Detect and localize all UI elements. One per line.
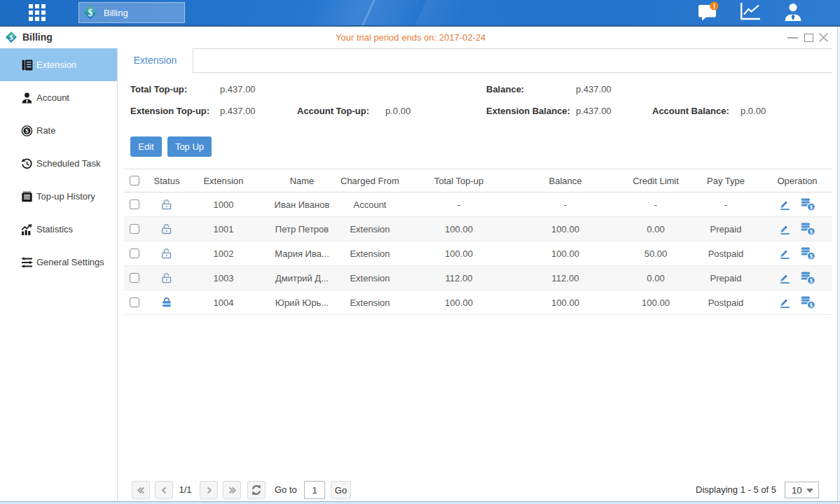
cell-total-top-up: 100.00	[445, 224, 473, 234]
resource-monitor-button[interactable]	[740, 0, 762, 24]
edit-button[interactable]: Edit	[130, 136, 162, 157]
sidebar-item-account[interactable]: Account	[0, 81, 117, 114]
row-checkbox[interactable]	[130, 248, 139, 258]
top-up-button[interactable]: Top Up	[167, 136, 212, 157]
close-icon[interactable]	[818, 32, 829, 43]
sidebar-item-extension[interactable]: Extension	[0, 48, 117, 81]
row-checkbox[interactable]	[130, 224, 139, 234]
summary-value: p.437.00	[220, 106, 256, 117]
edit-button[interactable]	[779, 272, 792, 284]
edit-button[interactable]	[779, 296, 792, 309]
page-size-select[interactable]: 10	[785, 482, 819, 498]
locked-icon	[160, 296, 173, 309]
page-number-input[interactable]	[304, 481, 325, 499]
svg-text:$: $	[810, 302, 813, 309]
edit-button-label: Edit	[138, 141, 153, 152]
status-cell	[145, 198, 188, 211]
column-header: Extension	[203, 176, 243, 186]
row-checkbox[interactable]	[130, 200, 139, 209]
sidebar-item-general-settings[interactable]: General Settings	[0, 246, 117, 279]
edit-icon	[779, 247, 792, 260]
edit-button[interactable]	[779, 223, 792, 235]
edit-button[interactable]	[779, 198, 792, 211]
prev-page-button[interactable]	[155, 481, 173, 499]
top-up-row-button[interactable]: $	[801, 246, 815, 260]
summary-label: Account Top-up:	[297, 106, 369, 117]
cell-extension: 1002	[214, 248, 234, 259]
table-row: 1004Юрий Юрь...Extension100.00100.00100.…	[124, 290, 832, 315]
app-launcher-button[interactable]	[29, 4, 46, 21]
svg-text:$: $	[810, 277, 813, 284]
last-page-button[interactable]	[223, 481, 241, 499]
svg-text:$: $	[88, 8, 93, 18]
tab-extension[interactable]: Extension	[118, 48, 193, 72]
top-up-icon: $	[801, 222, 815, 236]
cell-total-top-up: -	[457, 200, 460, 210]
svg-text:$: $	[810, 253, 813, 260]
cell-balance: 100.00	[551, 224, 579, 234]
cell-balance: 100.00	[551, 248, 579, 259]
edit-icon	[779, 223, 792, 235]
top-up-row-button[interactable]: $	[801, 295, 815, 309]
cell-total-top-up: 112.00	[446, 273, 473, 284]
window-title: Billing	[22, 31, 53, 43]
tabstrip-top-border	[193, 48, 832, 49]
cell-name: Иван Иванов	[275, 200, 330, 210]
statistics-icon-box	[20, 224, 33, 235]
cell-balance: 112.00	[552, 273, 579, 284]
sidebar-item-scheduled-task[interactable]: Scheduled Task	[0, 147, 117, 180]
main-panel: Extension Total Top-up: p.437.00 Balance…	[118, 48, 840, 501]
select-all-checkbox[interactable]	[130, 176, 139, 186]
first-page-button[interactable]	[132, 481, 150, 499]
top-up-row-button[interactable]: $	[801, 222, 815, 236]
edit-icon	[779, 198, 792, 211]
maximize-icon[interactable]	[804, 34, 813, 42]
row-checkbox[interactable]	[130, 273, 139, 283]
sidebar-item-label: Rate	[36, 125, 55, 136]
sidebar-item-top-up-history[interactable]: Top-up History	[0, 180, 117, 213]
table-header: StatusExtensionNameCharged FromTotal Top…	[124, 169, 832, 192]
user-menu-button[interactable]	[783, 0, 803, 24]
cell-charged-from: Extension	[350, 298, 390, 308]
status-cell	[145, 223, 188, 235]
row-checkbox[interactable]	[130, 298, 139, 307]
cell-extension: 1001	[214, 224, 234, 234]
window-bottom-edge	[0, 501, 840, 504]
column-header: Charged From	[340, 176, 399, 186]
screen: $ Billing $ Billing Your trial period en…	[0, 0, 840, 504]
billing-diamond-icon: $	[5, 31, 18, 43]
general-settings-icon-box	[20, 257, 33, 268]
desktop-taskbar: $ Billing	[0, 0, 840, 25]
user-icon	[783, 2, 803, 21]
edit-button[interactable]	[779, 247, 792, 260]
page-size-value: 10	[792, 485, 801, 496]
dollar-coin-icon: $	[21, 125, 33, 136]
cell-extension: 1004	[214, 298, 234, 308]
sidebar-item-rate[interactable]: $ Rate	[0, 114, 117, 147]
desk-phone-icon	[21, 59, 33, 71]
next-page-button[interactable]	[200, 481, 218, 499]
sidebar-item-statistics[interactable]: Statistics	[0, 213, 117, 246]
top-up-row-button[interactable]: $	[801, 271, 815, 285]
trial-notice: Your trial period ends on: 2017-02-24	[336, 32, 486, 43]
cell-name: Дмитрий Д...	[275, 273, 329, 284]
top-up-button-label: Top Up	[175, 141, 204, 152]
taskbar-billing-button[interactable]: $ Billing	[78, 2, 185, 23]
cell-credit-limit: 100.00	[642, 298, 670, 308]
summary-label: Extension Balance:	[486, 106, 570, 117]
sidebar-item-label: General Settings	[36, 257, 104, 267]
go-button[interactable]: Go	[331, 481, 351, 499]
cell-charged-from: Extension	[350, 224, 390, 234]
column-header: Operation	[777, 176, 817, 186]
cell-total-top-up: 100.00	[445, 248, 473, 259]
messages-button[interactable]	[698, 0, 719, 24]
sidebar: Extension Account $ Rate Scheduled Task …	[0, 48, 118, 501]
refresh-button[interactable]	[247, 481, 266, 499]
minimize-icon[interactable]	[787, 37, 798, 38]
top-up-icon: $	[801, 246, 815, 260]
cell-name: Мария Ива...	[275, 248, 329, 259]
top-up-row-button[interactable]: $	[801, 197, 815, 211]
extensions-table: StatusExtensionNameCharged FromTotal Top…	[124, 169, 832, 315]
summary-label: Total Top-up:	[130, 84, 187, 95]
cell-credit-limit: 50.00	[645, 248, 668, 259]
